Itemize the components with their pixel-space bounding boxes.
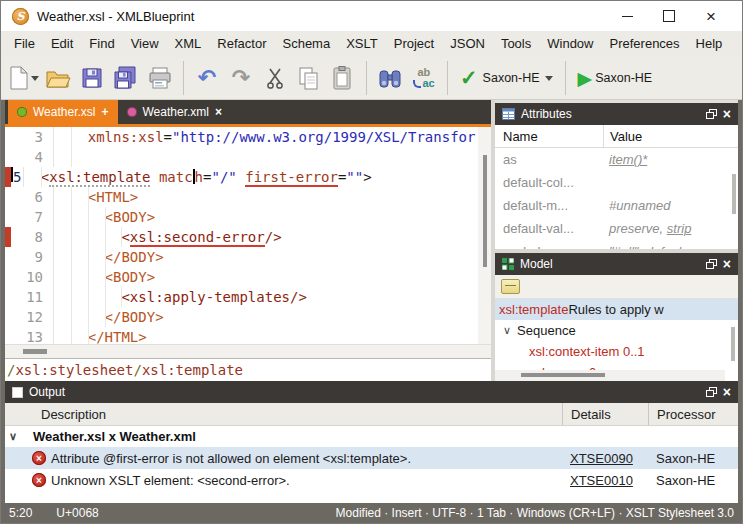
toolbar-separator [447,61,448,95]
undo-icon: ↶ [198,67,216,89]
tab-weather-xsl[interactable]: Weather.xsl+ [8,100,118,124]
error-code-link[interactable]: XTSE0010 [570,473,633,488]
code-lines: 3xmlns:xsl="http://www.w3.org/1999/XSL/T… [5,127,491,344]
attributes-col-name[interactable]: Name [495,125,604,147]
output-col-description[interactable]: Description [5,407,562,422]
model-vscroll-thumb[interactable] [731,327,735,361]
menu-xml[interactable]: XML [167,31,210,57]
paste-button[interactable] [326,60,360,96]
indent-guide [121,227,122,247]
attributes-col-value[interactable]: Value [604,129,738,144]
output-group-row[interactable]: ∨ Weather.xsl x Weather.xml [5,426,738,447]
code-token: </BODY> [105,309,164,325]
code-line[interactable]: 4 [5,147,491,167]
line-text: <BODY> [53,267,491,287]
output-float-icon[interactable] [706,387,717,397]
indent-guide [41,167,42,187]
code-line[interactable]: 8<xsl:second-error/> [5,227,491,247]
attributes-vscroll-thumb[interactable] [732,174,736,214]
output-col-details[interactable]: Details [562,403,648,425]
minimize-button[interactable] [606,2,648,30]
menu-edit[interactable]: Edit [43,31,81,57]
open-file-button[interactable] [41,60,75,96]
print-button[interactable] [143,60,177,96]
menu-tools[interactable]: Tools [493,31,539,57]
code-line[interactable]: 3xmlns:xsl="http://www.w3.org/1999/XSL/T… [5,127,491,147]
model-horizontal-scrollbar[interactable] [495,370,725,381]
menu-project[interactable]: Project [386,31,442,57]
menu-file[interactable]: File [6,31,43,57]
line-number: 12 [11,307,51,327]
code-line[interactable]: 6<HTML> [5,187,491,207]
tab-close-icon[interactable]: × [215,105,222,119]
model-body: xsl:template Rules to apply w∨Sequencexs… [495,299,738,381]
tab-weather-xml[interactable]: Weather.xml× [118,100,231,124]
code-token: <HTML> [88,189,139,205]
model-hscroll-thumb[interactable] [521,373,605,377]
code-line[interactable]: 13</HTML> [5,327,491,344]
error-code-link[interactable]: XTSE0090 [570,451,633,466]
collapse-chevron-icon[interactable]: ∨ [503,324,511,337]
attribute-row[interactable]: default-col... [495,171,738,194]
breadcrumb-element[interactable]: xsl:template [142,362,243,378]
editor-hscroll-thumb[interactable] [23,349,47,354]
menu-json[interactable]: JSON [442,31,493,57]
code-line[interactable]: 7<BODY> [5,207,491,227]
attribute-row[interactable]: asitem()* [495,148,738,171]
save-button[interactable] [75,60,109,96]
output-col-processor[interactable]: Processor [648,403,738,425]
redo-button[interactable]: ↷ [224,60,258,96]
editor-vertical-scrollbar[interactable] [478,127,491,344]
model-row[interactable]: xsl:context-item 0..1 [495,341,738,362]
validate-button[interactable]: ✓ Saxon-HE [454,60,559,96]
menu-schema[interactable]: Schema [274,31,338,57]
code-line[interactable]: 11<xsl:apply-templates/> [5,287,491,307]
model-float-icon[interactable] [706,259,717,269]
attribute-row[interactable]: exclude-re..."#all", defaul [495,240,738,249]
attribute-row[interactable]: default-val...preserve, strip [495,217,738,240]
code-line[interactable]: 9</BODY> [5,247,491,267]
attributes-close-icon[interactable]: × [723,107,731,121]
model-close-icon[interactable]: × [723,257,731,271]
new-file-button[interactable] [7,60,41,96]
run-button[interactable]: ▶ Saxon-HE [572,60,659,96]
output-close-icon[interactable]: × [723,385,731,399]
close-button[interactable]: × [690,2,732,30]
replace-button[interactable]: abac [407,60,441,96]
new-file-dropdown-icon[interactable] [31,76,39,81]
undo-button[interactable]: ↶ [190,60,224,96]
menu-window[interactable]: Window [539,31,601,57]
output-error-row[interactable]: ×Attribute @first-error is not allowed o… [5,447,738,469]
toolbar: ↶ ↷ abac ✓ Saxon-HE ▶ Saxon-HE [1,57,742,100]
find-button[interactable] [373,60,407,96]
menu-help[interactable]: Help [688,31,731,57]
menu-refactor[interactable]: Refactor [209,31,274,57]
menu-view[interactable]: View [123,31,167,57]
editor-vscroll-thumb[interactable] [483,155,487,267]
model-row[interactable]: ∨Sequence [495,320,738,341]
code-editor[interactable]: 3xmlns:xsl="http://www.w3.org/1999/XSL/T… [5,127,491,344]
model-row[interactable]: xsl:template Rules to apply w [495,299,738,320]
editor-horizontal-scrollbar[interactable] [5,344,491,358]
breadcrumb[interactable]: /xsl:stylesheet/xsl:template [5,358,491,381]
validate-dropdown-icon[interactable] [545,76,553,81]
maximize-button[interactable] [648,2,690,30]
save-all-button[interactable] [109,60,143,96]
menu-preferences[interactable]: Preferences [602,31,688,57]
code-line[interactable]: 10<BODY> [5,267,491,287]
cut-button[interactable] [258,60,292,96]
code-line[interactable]: 12</BODY> [5,307,491,327]
line-text: <xsl:apply-templates/> [53,287,491,307]
output-error-row[interactable]: ×Unknown XSLT element: <second-error>.XT… [5,469,738,491]
attribute-row[interactable]: default-m...#unnamed [495,194,738,217]
breadcrumb-element[interactable]: xsl:stylesheet [15,362,133,378]
menu-xslt[interactable]: XSLT [338,31,386,57]
code-token: > [363,169,371,185]
attributes-float-icon[interactable] [706,109,717,119]
copy-button[interactable] [292,60,326,96]
menu-find[interactable]: Find [81,31,122,57]
model-notes-button[interactable] [501,279,520,294]
code-line[interactable]: 5<xsl:template match="/" first-error=""> [5,167,491,187]
tab-new-icon[interactable]: + [101,105,108,119]
collapse-chevron-icon[interactable]: ∨ [9,430,17,443]
